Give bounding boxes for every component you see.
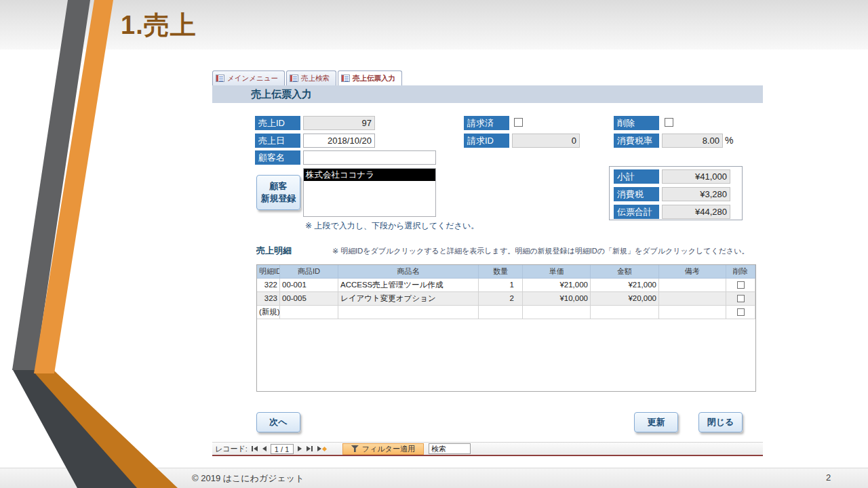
- subtotal-label: 小計: [614, 169, 659, 184]
- cell-amount[interactable]: ¥21,000: [591, 279, 659, 292]
- next-record-button[interactable]: [297, 445, 302, 452]
- customer-name-field[interactable]: [303, 150, 436, 165]
- cell-qty[interactable]: [479, 306, 523, 319]
- subtotal-field: ¥41,000: [662, 169, 730, 184]
- detail-table-header: 明細ID 商品ID 商品名 数量 単価 金額 備考 削除: [257, 265, 755, 279]
- col-header-amount[interactable]: 金額: [591, 265, 659, 279]
- cell-unit-price[interactable]: ¥10,000: [523, 292, 591, 306]
- col-header-detail-id[interactable]: 明細ID: [257, 265, 280, 279]
- total-field: ¥44,280: [662, 205, 730, 219]
- cell-unit-price[interactable]: ¥21,000: [523, 279, 591, 292]
- cell-remarks[interactable]: [659, 279, 726, 292]
- cell-product-name[interactable]: ACCESS売上管理ツール作成: [338, 279, 479, 292]
- cell-qty[interactable]: 2: [479, 292, 523, 306]
- customer-listbox[interactable]: 株式会社ココナラ: [303, 168, 436, 217]
- cell-delete: [726, 292, 755, 306]
- invoiced-label: 請求済: [464, 116, 509, 130]
- sales-id-label: 売上ID: [255, 116, 300, 130]
- page-title: 1.売上: [121, 8, 197, 43]
- form-icon: [216, 75, 224, 82]
- cell-product-id[interactable]: 00-005: [280, 292, 338, 306]
- record-position[interactable]: 1 / 1: [271, 444, 294, 454]
- customer-register-line2: 新規登録: [261, 192, 296, 205]
- record-navigation-bar: レコード: 1 / 1 フィルター適用 検索: [212, 442, 763, 455]
- cell-detail-id[interactable]: (新規): [257, 306, 280, 319]
- customer-register-button[interactable]: 顧客 新規登録: [256, 175, 300, 210]
- cell-detail-id[interactable]: 322: [257, 279, 280, 292]
- customer-register-line1: 顧客: [270, 180, 288, 192]
- close-button[interactable]: 閉じる: [698, 412, 743, 432]
- row-delete-checkbox[interactable]: [737, 295, 745, 302]
- filter-label: フィルター適用: [362, 444, 415, 454]
- cell-amount[interactable]: [591, 306, 659, 319]
- col-header-product-id[interactable]: 商品ID: [280, 265, 338, 279]
- delete-label: 削除: [614, 116, 659, 130]
- tax-rate-field[interactable]: 8.00: [662, 134, 723, 148]
- cell-unit-price[interactable]: [523, 306, 591, 319]
- window-bottom-edge: [212, 455, 763, 456]
- customer-list-item-selected[interactable]: 株式会社ココナラ: [304, 169, 435, 181]
- detail-table: 明細ID 商品ID 商品名 数量 単価 金額 備考 削除 322 00-001 …: [256, 264, 756, 392]
- update-button[interactable]: 更新: [634, 412, 678, 432]
- tab-label: 売上検索: [301, 74, 330, 83]
- record-search-input[interactable]: 検索: [429, 443, 471, 454]
- previous-record-button[interactable]: [262, 445, 267, 452]
- ribbon-gray-upper: [12, 0, 90, 370]
- tab-main-menu[interactable]: メインメニュー: [212, 70, 285, 85]
- footer-copyright: © 2019 はこにわガジェット: [192, 472, 304, 485]
- invoice-id-label: 請求ID: [464, 134, 509, 148]
- row-delete-checkbox[interactable]: [737, 281, 745, 289]
- invoiced-checkbox[interactable]: [514, 118, 523, 127]
- cell-product-name[interactable]: レイアウト変更オプション: [338, 292, 479, 306]
- slide: 1.売上 メインメニュー 売上検索 売上伝票入力 売上伝票入力 売上ID 97 …: [0, 0, 868, 488]
- col-header-delete[interactable]: 削除: [726, 265, 755, 279]
- update-button-label: 更新: [648, 416, 665, 428]
- cell-remarks[interactable]: [659, 292, 726, 306]
- tab-label: メインメニュー: [227, 74, 278, 83]
- col-header-remarks[interactable]: 備考: [659, 265, 726, 279]
- last-record-button[interactable]: [306, 445, 313, 452]
- row-delete-checkbox[interactable]: [737, 308, 745, 316]
- sales-date-field[interactable]: 2018/10/20: [303, 134, 375, 148]
- tab-label: 売上伝票入力: [353, 74, 395, 83]
- first-record-button[interactable]: [251, 445, 258, 452]
- col-header-qty[interactable]: 数量: [479, 265, 523, 279]
- new-record-button[interactable]: [317, 445, 327, 452]
- customer-name-label: 顧客名: [255, 150, 300, 165]
- detail-section-label: 売上明細: [256, 245, 292, 257]
- col-header-unit-price[interactable]: 単価: [523, 265, 591, 279]
- form-icon: [290, 75, 298, 82]
- ribbon-orange-upper: [34, 0, 113, 373]
- cell-amount[interactable]: ¥20,000: [591, 292, 659, 306]
- tax-rate-label: 消費税率: [614, 134, 659, 148]
- next-button-label: 次へ: [269, 416, 287, 428]
- cell-product-id[interactable]: [280, 306, 338, 319]
- access-window: メインメニュー 売上検索 売上伝票入力 売上伝票入力 売上ID 97 売上日 2…: [212, 68, 763, 456]
- cell-delete: [726, 306, 755, 319]
- filter-funnel-icon: [351, 445, 359, 452]
- table-row: 322 00-001 ACCESS売上管理ツール作成 1 ¥21,000 ¥21…: [257, 279, 755, 292]
- new-record-star-icon: [322, 446, 327, 451]
- footer-bar: [0, 468, 868, 488]
- tax-field: ¥3,280: [662, 187, 730, 201]
- close-button-label: 閉じる: [707, 416, 734, 428]
- cell-product-name[interactable]: [338, 306, 479, 319]
- col-header-product-name[interactable]: 商品名: [338, 265, 479, 279]
- table-row-new: (新規): [257, 306, 755, 319]
- cell-qty[interactable]: 1: [479, 279, 523, 292]
- tab-sales-entry[interactable]: 売上伝票入力: [338, 70, 402, 85]
- form-header-bar: 売上伝票入力: [212, 85, 763, 103]
- cell-detail-id[interactable]: 323: [257, 292, 280, 306]
- next-button[interactable]: 次へ: [256, 412, 300, 432]
- invoice-id-field[interactable]: 0: [512, 134, 580, 148]
- cell-delete: [726, 279, 755, 292]
- slide-page-number: 2: [826, 472, 831, 483]
- filter-applied-button[interactable]: フィルター適用: [342, 443, 424, 455]
- form-title: 売上伝票入力: [251, 85, 312, 103]
- sales-id-field[interactable]: 97: [303, 116, 375, 130]
- record-label: レコード:: [215, 444, 248, 454]
- tab-sales-search[interactable]: 売上検索: [286, 70, 336, 85]
- delete-checkbox[interactable]: [665, 118, 673, 127]
- cell-remarks[interactable]: [659, 306, 726, 319]
- cell-product-id[interactable]: 00-001: [280, 279, 338, 292]
